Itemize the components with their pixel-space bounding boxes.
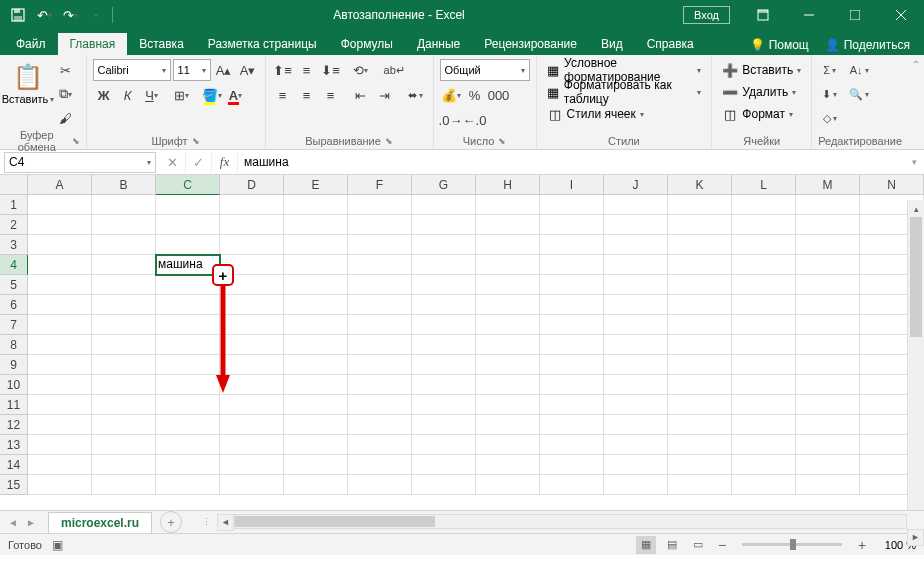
cell[interactable] xyxy=(156,235,220,255)
cell[interactable] xyxy=(348,195,412,215)
cell[interactable] xyxy=(732,295,796,315)
cell[interactable] xyxy=(732,315,796,335)
cell[interactable] xyxy=(796,375,860,395)
formula-input[interactable]: машина xyxy=(238,152,904,173)
cell[interactable] xyxy=(412,295,476,315)
bold-icon[interactable]: Ж xyxy=(93,84,115,106)
cell[interactable] xyxy=(668,235,732,255)
cell[interactable] xyxy=(604,395,668,415)
row-header[interactable]: 10 xyxy=(0,375,28,395)
insert-function-icon[interactable]: fx xyxy=(212,152,238,173)
cell[interactable] xyxy=(540,255,604,275)
insert-cells-button[interactable]: ➕Вставить▾ xyxy=(718,59,805,81)
cell[interactable] xyxy=(156,475,220,495)
column-header[interactable]: A xyxy=(28,175,92,195)
italic-icon[interactable]: К xyxy=(117,84,139,106)
cell[interactable] xyxy=(348,275,412,295)
cell[interactable] xyxy=(732,335,796,355)
tab-insert[interactable]: Вставка xyxy=(127,33,196,55)
cell[interactable] xyxy=(156,195,220,215)
vertical-scrollbar[interactable]: ▴ ▾ xyxy=(907,200,924,535)
format-as-table-button[interactable]: ▦Форматировать как таблицу▾ xyxy=(543,81,706,103)
cell[interactable] xyxy=(604,415,668,435)
tab-formulas[interactable]: Формулы xyxy=(329,33,405,55)
cell[interactable] xyxy=(348,255,412,275)
cell[interactable] xyxy=(604,215,668,235)
cell[interactable] xyxy=(412,415,476,435)
cell[interactable] xyxy=(28,195,92,215)
column-header[interactable]: E xyxy=(284,175,348,195)
row-header[interactable]: 2 xyxy=(0,215,28,235)
cell[interactable] xyxy=(348,455,412,475)
cell[interactable] xyxy=(284,235,348,255)
cell[interactable] xyxy=(476,235,540,255)
cell[interactable] xyxy=(284,295,348,315)
number-launcher-icon[interactable]: ⬊ xyxy=(498,136,506,146)
select-all-corner[interactable] xyxy=(0,175,28,195)
font-size-select[interactable]: 11▾ xyxy=(173,59,211,81)
collapse-ribbon-icon[interactable]: ⌃ xyxy=(908,55,924,149)
cell[interactable] xyxy=(92,315,156,335)
cell[interactable] xyxy=(732,435,796,455)
cell[interactable] xyxy=(28,275,92,295)
cell[interactable] xyxy=(540,275,604,295)
cell[interactable] xyxy=(476,295,540,315)
align-top-icon[interactable]: ⬆≡ xyxy=(272,59,294,81)
cell[interactable] xyxy=(284,395,348,415)
cell[interactable] xyxy=(796,455,860,475)
border-icon[interactable]: ⊞▾ xyxy=(171,84,193,106)
align-right-icon[interactable]: ≡ xyxy=(320,84,342,106)
cell[interactable] xyxy=(28,335,92,355)
cell[interactable] xyxy=(220,195,284,215)
cell[interactable] xyxy=(156,355,220,375)
tab-scroll-left-icon[interactable]: ◄ xyxy=(6,517,20,528)
align-middle-icon[interactable]: ≡ xyxy=(296,59,318,81)
row-header[interactable]: 5 xyxy=(0,275,28,295)
cell[interactable] xyxy=(284,315,348,335)
currency-icon[interactable]: 💰▾ xyxy=(440,84,462,106)
format-cells-button[interactable]: ◫Формат▾ xyxy=(718,103,797,125)
cell-styles-button[interactable]: ◫Стили ячеек▾ xyxy=(543,103,648,125)
cell[interactable] xyxy=(668,195,732,215)
copy-icon[interactable]: ⧉▾ xyxy=(54,83,76,105)
cell[interactable] xyxy=(732,475,796,495)
tab-view[interactable]: Вид xyxy=(589,33,635,55)
cell[interactable] xyxy=(604,275,668,295)
decrease-decimal-icon[interactable]: ←.0 xyxy=(464,109,486,131)
page-break-view-icon[interactable]: ▭ xyxy=(688,536,708,554)
cell[interactable] xyxy=(156,215,220,235)
save-icon[interactable] xyxy=(6,3,30,27)
cell[interactable] xyxy=(668,375,732,395)
cell[interactable] xyxy=(796,215,860,235)
row-header[interactable]: 11 xyxy=(0,395,28,415)
orientation-icon[interactable]: ⟲▾ xyxy=(350,59,372,81)
font-launcher-icon[interactable]: ⬊ xyxy=(192,136,200,146)
font-name-select[interactable]: Calibri▾ xyxy=(93,59,171,81)
cell[interactable] xyxy=(540,195,604,215)
zoom-slider[interactable] xyxy=(742,543,842,546)
cell[interactable] xyxy=(476,255,540,275)
cell[interactable] xyxy=(668,395,732,415)
cell[interactable] xyxy=(732,275,796,295)
formula-enter-icon[interactable]: ✓ xyxy=(186,152,212,173)
cell[interactable] xyxy=(476,275,540,295)
cell[interactable] xyxy=(540,455,604,475)
cell[interactable] xyxy=(92,355,156,375)
cell[interactable] xyxy=(732,455,796,475)
tab-scroll-right-icon[interactable]: ► xyxy=(24,517,38,528)
cell[interactable] xyxy=(604,255,668,275)
cell[interactable] xyxy=(796,355,860,375)
increase-decimal-icon[interactable]: .0→ xyxy=(440,109,462,131)
cell[interactable] xyxy=(412,355,476,375)
cell[interactable] xyxy=(220,415,284,435)
cell[interactable] xyxy=(348,315,412,335)
cell[interactable] xyxy=(796,435,860,455)
cell[interactable] xyxy=(476,215,540,235)
cell[interactable] xyxy=(668,455,732,475)
minimize-icon[interactable] xyxy=(786,0,832,30)
cell[interactable] xyxy=(540,215,604,235)
cell[interactable] xyxy=(28,475,92,495)
row-header[interactable]: 9 xyxy=(0,355,28,375)
cell[interactable] xyxy=(28,395,92,415)
cell[interactable] xyxy=(540,415,604,435)
